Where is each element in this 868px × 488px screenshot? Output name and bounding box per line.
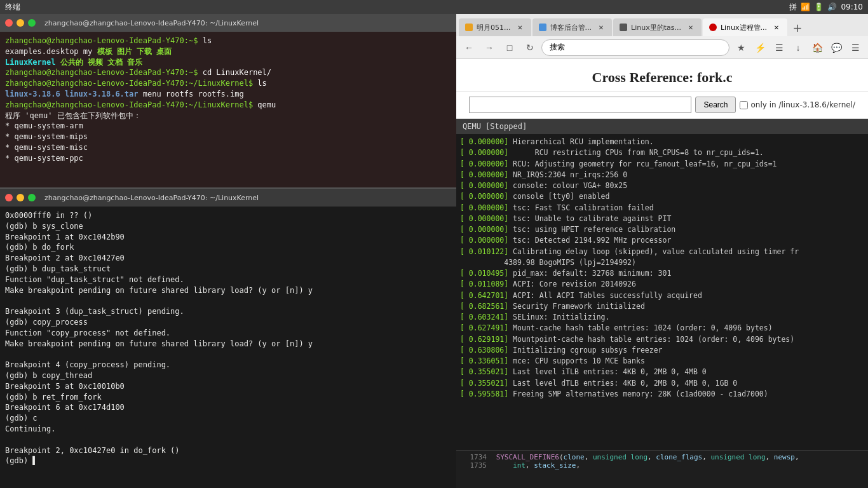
qemu-line: [ 0.010495] pid_max: default: 32768 mini… xyxy=(460,268,864,279)
browser-tab-4[interactable]: Linux进程管... ✕ xyxy=(703,18,787,36)
terminal-line: Make breakpoint pending on future shared… xyxy=(5,285,451,296)
terminal-line: (gdb) c xyxy=(5,413,451,424)
qemu-line: [ 0.630806] Initializing cgroup subsys f… xyxy=(460,345,864,356)
terminal-2: zhangchao@zhangchao-Lenovo-IdeaPad-Y470:… xyxy=(0,189,456,488)
code-line: 1734 SYSCALL_DEFINE6(clone, unsigned lon… xyxy=(461,453,863,461)
terminal-line: Breakpoint 1 at 0xc1042b90 xyxy=(5,232,451,243)
new-tab-button[interactable]: + xyxy=(789,18,806,36)
refresh-button[interactable]: ↻ xyxy=(521,39,539,57)
xref-title: Cross Reference: fork.c xyxy=(469,69,855,86)
battery-icon: 🔋 xyxy=(814,3,824,11)
terminal-line: (gdb) b ret_from_fork xyxy=(5,392,451,403)
qemu-titlebar: QEMU [Stopped] xyxy=(456,119,868,134)
qemu-line: [ 0.000000] tsc: using HPET reference ca… xyxy=(460,224,864,235)
terminal-line: * qemu-system-misc xyxy=(5,142,451,153)
tab-4-label: Linux进程管... xyxy=(721,23,767,32)
terminal-2-titlebar: zhangchao@zhangchao-Lenovo-IdeaPad-Y470:… xyxy=(0,189,456,207)
browser-tabs: 明月051... ✕ 博客后台管... ✕ Linux里的tas... ✕ Li… xyxy=(456,14,868,36)
tab-4-close[interactable]: ✕ xyxy=(772,23,781,32)
qemu-line: [ 0.603241] SELinux: Initializing. xyxy=(460,312,864,323)
qemu-title: QEMU [Stopped] xyxy=(463,122,527,131)
terminal-1-titlebar: zhangchao@zhangchao-Lenovo-IdeaPad-Y470:… xyxy=(0,14,456,32)
terminal-line: * qemu-system-arm xyxy=(5,121,451,132)
qemu-line: [ 0.355021] Last level dTLB entries: 4KB… xyxy=(460,378,864,389)
xref-search-bar: Search only in /linux-3.18.6/kernel/ xyxy=(456,92,868,119)
home2-button[interactable]: 🏠 xyxy=(808,39,826,57)
terminal-2-body[interactable]: 0x0000fff0 in ?? () (gdb) b sys_clone Br… xyxy=(0,207,456,488)
browser-content: Cross Reference: fork.c Search only in /… xyxy=(456,59,868,488)
terminal-1-body[interactable]: zhangchao@zhangchao-Lenovo-IdeaPad-Y470:… xyxy=(0,32,456,187)
system-bar-right: 拼 📶 🔋 🔊 09:10 xyxy=(789,2,863,13)
tab-3-favicon xyxy=(620,24,627,31)
qemu-line: [ 0.000000] tsc: Fast TSC calibration fa… xyxy=(460,203,864,214)
qemu-body[interactable]: [ 0.000000] Hierarchical RCU implementat… xyxy=(456,134,868,450)
chat-button[interactable]: 💬 xyxy=(827,39,845,57)
xref-only-label: only in /linux-3.18.6/kernel/ xyxy=(750,100,855,109)
terminal-line: Breakpoint 4 (copy_process) pending. xyxy=(5,360,451,370)
terminal-line: (gdb) b dup_task_struct xyxy=(5,264,451,274)
terminal-line: 程序 'qemu' 已包含在下列软件包中： xyxy=(5,111,451,121)
xref-only-checkbox[interactable] xyxy=(740,101,748,109)
tab-1-close[interactable]: ✕ xyxy=(516,23,525,32)
forward-button[interactable]: → xyxy=(480,39,498,57)
terminal-line: * qemu-system-mips xyxy=(5,132,451,142)
qemu-line: [ 0.011089] ACPI: Core revision 20140926 xyxy=(460,279,864,290)
tab-3-close[interactable]: ✕ xyxy=(686,23,695,32)
downloads-button[interactable]: ↓ xyxy=(789,39,807,57)
terminal-line: (gdb) ▌ xyxy=(5,456,451,466)
terminal-area: zhangchao@zhangchao-Lenovo-IdeaPad-Y470:… xyxy=(0,14,456,488)
terminal-1-max-btn[interactable] xyxy=(28,19,36,27)
qemu-line: [ 0.000000] console [tty0] enabled xyxy=(460,191,864,202)
qemu-line: [ 0.000000] Hierarchical RCU implementat… xyxy=(460,137,864,147)
qemu-line: 4389.98 BogoMIPS (lpj=2194992) xyxy=(460,257,864,268)
menu-button[interactable]: ☰ xyxy=(846,39,864,57)
home-button[interactable]: ⚡ xyxy=(751,39,769,57)
terminal-line: zhangchao@zhangchao-Lenovo-IdeaPad-Y470:… xyxy=(5,67,451,78)
terminal-line: Breakpoint 2 at 0xc10427e0 xyxy=(5,253,451,264)
browser-tab-2[interactable]: 博客后台管... ✕ xyxy=(532,18,613,36)
code-line: 1735 int, stack_size, xyxy=(461,461,863,470)
terminal-line: Breakpoint 5 at 0xc10010b0 xyxy=(5,381,451,392)
browser-tab-1[interactable]: 明月051... ✕ xyxy=(459,18,531,36)
tab-2-close[interactable]: ✕ xyxy=(597,23,606,32)
tab-2-label: 博客后台管... xyxy=(550,23,592,32)
xref-checkbox-area: only in /linux-3.18.6/kernel/ xyxy=(740,100,855,109)
reading-mode-button[interactable]: ☰ xyxy=(770,39,788,57)
clock: 09:10 xyxy=(841,3,863,11)
browser-tab-3[interactable]: Linux里的tas... ✕ xyxy=(613,18,702,36)
system-bar-app-label: 终端 xyxy=(5,2,20,13)
terminal-2-min-btn[interactable] xyxy=(17,194,24,201)
url-bar[interactable] xyxy=(541,39,729,56)
terminal-1-min-btn[interactable] xyxy=(17,19,24,27)
qemu-line: [ 0.595581] Freeing SMP alternatives mem… xyxy=(460,389,864,400)
volume-icon: 🔊 xyxy=(827,3,837,11)
qemu-line: [ 0.000000] RCU: Adjusting geometry for … xyxy=(460,159,864,170)
tab-2-favicon xyxy=(539,24,546,31)
code-line-num: 1735 xyxy=(461,461,487,470)
terminal-line xyxy=(5,295,451,306)
terminal-line: Breakpoint 3 (dup_task_struct) pending. xyxy=(5,306,451,317)
qemu-line: [ 0.010122] Calibrating delay loop (skip… xyxy=(460,247,864,257)
back-button[interactable]: ← xyxy=(460,39,478,57)
tab-1-favicon xyxy=(465,24,473,31)
terminal-line: Continuing. xyxy=(5,424,451,435)
main-layout: zhangchao@zhangchao-Lenovo-IdeaPad-Y470:… xyxy=(0,14,868,488)
screenshot-button[interactable]: □ xyxy=(501,39,519,57)
qemu-line: [ 0.000000] RCU restricting CPUs from NR… xyxy=(460,147,864,158)
toolbar-icons: ★ ⚡ ☰ ↓ 🏠 💬 ☰ xyxy=(732,39,864,57)
terminal-line: LinuxKernel 公共的 视频 文档 音乐 xyxy=(5,57,451,68)
terminal-line: 0x0000fff0 in ?? () xyxy=(5,210,451,221)
terminal-2-close-btn[interactable] xyxy=(5,194,13,201)
xref-search-button[interactable]: Search xyxy=(695,97,736,113)
terminal-line: (gdb) b copy_thread xyxy=(5,370,451,381)
terminal-line: zhangchao@zhangchao-Lenovo-IdeaPad-Y470:… xyxy=(5,100,451,111)
qemu-line: [ 0.355021] Last level iTLB entries: 4KB… xyxy=(460,367,864,377)
qemu-line: [ 0.000000] console: colour VGA+ 80x25 xyxy=(460,180,864,191)
bookmark-star-button[interactable]: ★ xyxy=(732,39,750,57)
terminal-2-max-btn[interactable] xyxy=(28,194,36,201)
tab-1-label: 明月051... xyxy=(477,23,511,32)
terminal-line: Breakpoint 6 at 0xc174d100 xyxy=(5,402,451,413)
terminal-line: * qemu-system-ppc xyxy=(5,153,451,164)
terminal-1-close-btn[interactable] xyxy=(5,19,13,27)
xref-search-input[interactable] xyxy=(469,97,691,113)
